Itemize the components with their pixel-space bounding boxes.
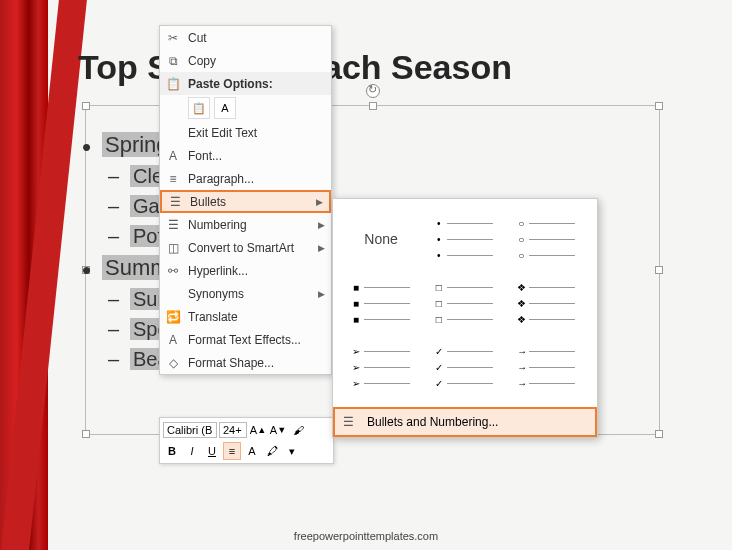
bullet-style-arrow[interactable]: → → → — [510, 339, 582, 395]
bold-button[interactable]: B — [163, 442, 181, 460]
paragraph-item[interactable]: ≡Paragraph... — [160, 167, 331, 190]
clipboard-icon: 📋 — [164, 75, 182, 93]
chevron-right-icon: ▶ — [318, 243, 325, 253]
bullets-item[interactable]: ☰Bullets▶ — [160, 190, 331, 213]
font-name-input[interactable]: Calibri (B — [163, 422, 217, 438]
rotate-handle[interactable] — [366, 84, 380, 98]
resize-handle[interactable] — [655, 102, 663, 110]
watermark: freepowerpointtemplates.com — [0, 530, 732, 542]
paste-options-row: 📋 A — [160, 95, 331, 121]
bullet-style-square-hollow[interactable]: □ □ □ — [428, 275, 500, 331]
bullets-icon: ☰ — [166, 193, 184, 211]
more-button[interactable]: ▾ — [283, 442, 301, 460]
bullet-style-circle[interactable]: ○ ○ ○ — [510, 211, 582, 267]
highlight-button[interactable]: 🖍 — [263, 442, 281, 460]
resize-handle[interactable] — [369, 102, 377, 110]
bullet-style-disc[interactable]: • • • — [428, 211, 500, 267]
scissors-icon: ✂ — [164, 29, 182, 47]
exit-edit-text-item[interactable]: Exit Edit Text — [160, 121, 331, 144]
grow-font-button[interactable]: A▲ — [249, 421, 267, 439]
hyperlink-item[interactable]: ⚯Hyperlink... — [160, 259, 331, 282]
translate-icon: 🔁 — [164, 308, 182, 326]
font-size-input[interactable]: 24+ — [219, 422, 247, 438]
synonyms-item[interactable]: Synonyms▶ — [160, 282, 331, 305]
chevron-right-icon: ▶ — [316, 197, 323, 207]
smartart-item[interactable]: ◫Convert to SmartArt▶ — [160, 236, 331, 259]
font-item[interactable]: AFont... — [160, 144, 331, 167]
bullets-icon: ☰ — [343, 415, 359, 429]
numbering-item[interactable]: ☰Numbering▶ — [160, 213, 331, 236]
hyperlink-icon: ⚯ — [164, 262, 182, 280]
decorative-ribbon — [0, 0, 48, 550]
resize-handle[interactable] — [82, 430, 90, 438]
chevron-right-icon: ▶ — [318, 220, 325, 230]
resize-handle[interactable] — [655, 266, 663, 274]
bullets-flyout: None • • • ○ ○ ○ ■ ■ ■ □ □ □ ❖ ❖ ❖ ➢ ➢ — [332, 198, 598, 438]
bullet-style-check[interactable]: ✓ ✓ ✓ — [428, 339, 500, 395]
resize-handle[interactable] — [82, 102, 90, 110]
format-shape-item[interactable]: ◇Format Shape... — [160, 351, 331, 374]
smartart-icon: ◫ — [164, 239, 182, 257]
text-effects-item[interactable]: AFormat Text Effects... — [160, 328, 331, 351]
context-menu: ✂Cut ⧉Copy 📋Paste Options: 📋 A Exit Edit… — [159, 25, 332, 375]
paragraph-icon: ≡ — [164, 170, 182, 188]
flyout-footer-label: Bullets and Numbering... — [367, 415, 498, 429]
paste-option-2[interactable]: A — [214, 97, 236, 119]
numbering-icon: ☰ — [164, 216, 182, 234]
shrink-font-button[interactable]: A▼ — [269, 421, 287, 439]
font-color-button[interactable]: A — [243, 442, 261, 460]
chevron-right-icon: ▶ — [318, 289, 325, 299]
mini-toolbar: Calibri (B 24+ A▲ A▼ 🖌 B I U ≡ A 🖍 ▾ — [159, 417, 334, 464]
resize-handle[interactable] — [655, 430, 663, 438]
italic-button[interactable]: I — [183, 442, 201, 460]
paste-options-heading: 📋Paste Options: — [160, 72, 331, 95]
shape-icon: ◇ — [164, 354, 182, 372]
translate-item[interactable]: 🔁Translate — [160, 305, 331, 328]
cut-item[interactable]: ✂Cut — [160, 26, 331, 49]
font-icon: A — [164, 147, 182, 165]
bullet-style-none[interactable]: None — [345, 211, 417, 267]
bullet-style-square-filled[interactable]: ■ ■ ■ — [345, 275, 417, 331]
paste-option-1[interactable]: 📋 — [188, 97, 210, 119]
text-effects-icon: A — [164, 331, 182, 349]
underline-button[interactable]: U — [203, 442, 221, 460]
copy-icon: ⧉ — [164, 52, 182, 70]
format-painter-button[interactable]: 🖌 — [289, 421, 307, 439]
bullet-style-arrowhead[interactable]: ➢ ➢ ➢ — [345, 339, 417, 395]
copy-item[interactable]: ⧉Copy — [160, 49, 331, 72]
bullets-and-numbering-item[interactable]: ☰ Bullets and Numbering... — [333, 407, 597, 437]
bullet-style-diamond[interactable]: ❖ ❖ ❖ — [510, 275, 582, 331]
align-button[interactable]: ≡ — [223, 442, 241, 460]
